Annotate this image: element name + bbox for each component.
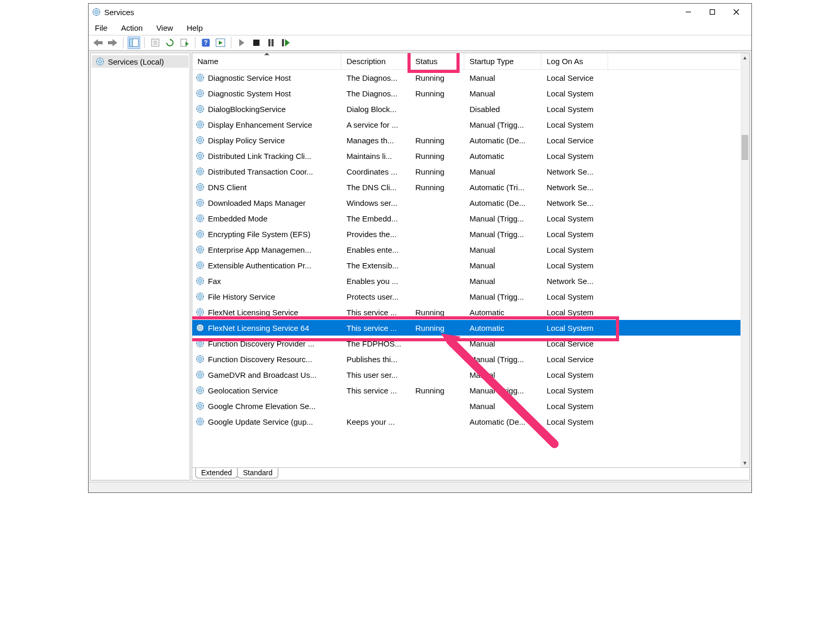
menu-view[interactable]: View [154,22,175,33]
service-row[interactable]: DialogBlockingServiceDialog Block...Disa… [192,101,749,117]
service-row[interactable]: Diagnostic System HostThe Diagnos...Runn… [192,85,749,101]
maximize-button[interactable] [700,4,724,20]
service-row[interactable]: Google Chrome Elevation Se...ManualLocal… [192,398,749,414]
scroll-down-icon[interactable]: ▼ [740,459,749,467]
service-row[interactable]: FaxEnables you ...ManualNetwork Se... [192,273,749,289]
cell-startup: Automatic [464,308,541,317]
cell-logon: Network Se... [541,183,608,192]
cell-logon: Local Service [541,73,608,82]
column-header-name[interactable]: Name [192,53,341,69]
service-icon [195,167,205,176]
cell-name: Display Enhancement Service [192,120,341,129]
service-row[interactable]: File History ServiceProtects user...Manu… [192,289,749,304]
menu-help[interactable]: Help [184,22,205,33]
cell-logon: Local System [541,89,608,98]
service-name: Embedded Mode [208,214,267,223]
cell-logon: Local System [541,214,608,223]
svg-rect-30 [253,40,260,46]
service-row[interactable]: Distributed Transaction Coor...Coordinat… [192,164,749,179]
column-header-description[interactable]: Description [341,53,410,69]
cell-startup: Manual (Trigg... [464,230,541,239]
vertical-scrollbar[interactable]: ▲ ▼ [740,53,749,467]
scroll-up-icon[interactable]: ▲ [740,53,749,62]
service-row[interactable]: FlexNet Licensing Service 64This service… [192,320,749,336]
svg-marker-34 [285,39,290,46]
cell-name: Extensible Authentication Pr... [192,261,341,270]
refresh-button[interactable] [164,36,176,49]
properties-button[interactable] [149,36,162,49]
back-button[interactable] [92,36,104,49]
service-name: FlexNet Licensing Service 64 [208,324,309,332]
minimize-button[interactable] [676,4,700,20]
service-row[interactable]: Enterprise App Managemen...Enables ente.… [192,242,749,257]
cell-name: Diagnostic Service Host [192,73,341,82]
service-name: Encrypting File System (EFS) [208,230,311,239]
cell-logon: Network Se... [541,277,608,286]
cell-description: Publishes thi... [341,355,410,364]
service-row[interactable]: Function Discovery Resourc...Publishes t… [192,351,749,367]
cell-logon: Local Service [541,355,608,364]
service-row[interactable]: Encrypting File System (EFS)Provides the… [192,226,749,242]
export-list-button[interactable] [178,36,191,49]
service-icon [195,354,205,364]
restart-service-button[interactable] [279,36,292,49]
action-button[interactable] [214,36,227,49]
cell-startup: Manual [464,89,541,98]
service-row[interactable]: FlexNet Licensing ServiceThis service ..… [192,304,749,320]
service-row[interactable]: Geolocation ServiceThis service ...Runni… [192,382,749,398]
service-list: Name Description Status Startup Type Log… [192,53,750,468]
window-title: Services [104,8,134,17]
service-row[interactable]: DNS ClientThe DNS Cli...RunningAutomatic… [192,179,749,195]
service-row[interactable]: Display Enhancement ServiceA service for… [192,117,749,132]
pause-service-button[interactable] [265,36,277,49]
service-row[interactable]: Distributed Link Tracking Cli...Maintain… [192,148,749,164]
cell-status: Running [410,136,464,145]
cell-startup: Manual (Trigg... [464,292,541,301]
cell-name: Geolocation Service [192,386,341,395]
close-button[interactable] [724,4,748,20]
service-row[interactable]: Diagnostic Service HostThe Diagnos...Run… [192,70,749,85]
service-row[interactable]: Extensible Authentication Pr...The Exten… [192,257,749,273]
column-header-logon[interactable]: Log On As [541,53,608,69]
service-name: Distributed Link Tracking Cli... [208,152,311,160]
cell-logon: Network Se... [541,167,608,176]
menu-action[interactable]: Action [119,22,145,33]
service-icon [195,182,205,192]
cell-logon: Network Se... [541,199,608,207]
service-icon [195,401,205,411]
services-icon [92,7,101,17]
tree-item-services-local[interactable]: Services (Local) [92,55,189,68]
service-row[interactable]: Google Update Service (gup...Keeps your … [192,414,749,429]
scroll-thumb[interactable] [742,135,748,160]
menu-file[interactable]: File [93,22,109,33]
service-row[interactable]: Function Discovery Provider ...The FDPHO… [192,336,749,351]
cell-name: DialogBlockingService [192,104,341,114]
column-header-status[interactable]: Status [410,53,464,69]
service-row[interactable]: GameDVR and Broadcast Us...This user ser… [192,367,749,382]
service-icon [195,89,205,98]
tab-extended[interactable]: Extended [195,468,238,478]
help-button[interactable]: ? [200,36,212,49]
show-hide-tree-button[interactable] [128,36,140,49]
service-icon [195,198,205,207]
sort-ascending-icon [264,53,269,55]
cell-status: Running [410,73,464,82]
cell-name: Google Update Service (gup... [192,417,341,426]
service-name: Extensible Authentication Pr... [208,261,311,270]
column-header-startup[interactable]: Startup Type [464,53,541,69]
service-row[interactable]: Display Policy ServiceManages th...Runni… [192,132,749,148]
cell-description: Keeps your ... [341,417,410,426]
svg-marker-14 [93,39,103,46]
service-row[interactable]: Embedded ModeThe Embedd...Manual (Trigg.… [192,211,749,226]
start-service-button[interactable] [236,36,248,49]
service-name: Function Discovery Resourc... [208,355,312,364]
service-row[interactable]: Downloaded Maps ManagerWindows ser...Aut… [192,195,749,211]
forward-button[interactable] [106,36,119,49]
stop-service-button[interactable] [250,36,263,49]
tab-standard[interactable]: Standard [237,467,278,478]
cell-description: The Diagnos... [341,89,410,98]
statusbar [89,482,751,492]
cell-description: Manages th... [341,136,410,145]
service-icon [195,229,205,239]
cell-description: This service ... [341,324,410,332]
